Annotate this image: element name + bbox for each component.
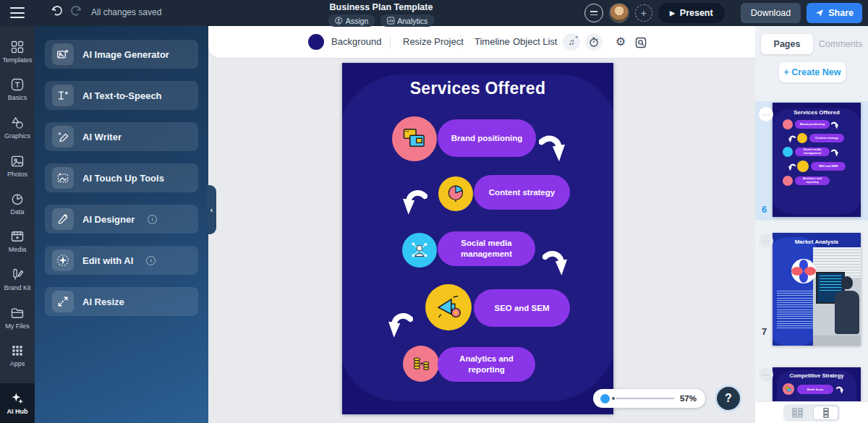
- seo-icon-circle[interactable]: [425, 284, 472, 330]
- stopwatch-icon: [589, 37, 599, 47]
- info-icon[interactable]: i: [146, 256, 156, 265]
- timeline-button[interactable]: Timeline: [475, 36, 510, 47]
- tool-ai-resize[interactable]: AI Resize: [45, 287, 198, 316]
- content-strategy-icon-circle[interactable]: [438, 176, 473, 211]
- zoom-slider-handle[interactable]: [600, 394, 610, 403]
- pie-chart-icon: [446, 184, 466, 204]
- tool-ai-touch-up[interactable]: AI Touch Up Tools: [45, 163, 198, 192]
- ai-touch-up-icon: [52, 167, 74, 189]
- list-view-button[interactable]: [813, 406, 838, 420]
- tool-ai-text-to-speech[interactable]: AI Text-to-Speech: [45, 81, 198, 110]
- sidebar-item-basics[interactable]: Basics: [0, 71, 35, 107]
- apps-icon: [10, 343, 25, 358]
- thumb-photo: [813, 247, 861, 346]
- toolbar-divider: [390, 35, 391, 49]
- templates-icon: [10, 40, 25, 54]
- analytics-button[interactable]: Analytics: [380, 14, 434, 27]
- edit-with-ai-icon: [52, 249, 74, 271]
- photos-icon: [10, 154, 25, 168]
- sidebar-item-data[interactable]: Data: [0, 185, 35, 221]
- timer-button[interactable]: [585, 33, 603, 51]
- ai-image-generator-icon: [52, 43, 74, 65]
- slide-item-pill[interactable]: Analytics and reporting: [438, 347, 535, 382]
- sidebar-item-media[interactable]: Media: [0, 223, 35, 259]
- thumb-pill: Niche focus: [797, 385, 833, 394]
- info-icon[interactable]: i: [148, 215, 157, 224]
- add-collaborator-button[interactable]: +: [635, 4, 652, 22]
- tab-comments[interactable]: Comments: [816, 34, 865, 54]
- zoom-control: 57%: [593, 389, 705, 408]
- share-button[interactable]: Share: [807, 3, 862, 23]
- menu-icon[interactable]: [10, 7, 26, 19]
- create-new-page-button[interactable]: + Create New: [779, 62, 846, 82]
- page-thumbnail-8[interactable]: Competitive Strategy Niche focus: [773, 367, 861, 401]
- ai-writer-icon: [52, 126, 74, 148]
- settings-button[interactable]: ⚙: [613, 35, 628, 49]
- comments-icon[interactable]: [584, 4, 603, 22]
- sidebar-item-templates[interactable]: Templates: [0, 33, 35, 69]
- ai-hub-icon: [10, 391, 25, 406]
- slide-title[interactable]: Services Offered: [342, 79, 613, 98]
- grid-view-button[interactable]: [785, 406, 810, 420]
- page-row-6[interactable]: ⋯ Services Offered Brand positioning Con…: [755, 101, 868, 221]
- slide-item-pill[interactable]: Brand positioning: [438, 119, 536, 157]
- media-icon: [10, 229, 25, 244]
- add-music-button[interactable]: ♫+: [563, 33, 580, 51]
- ellipsis-icon: ⋯: [762, 236, 770, 246]
- analytics-icon: [386, 17, 394, 25]
- ellipsis-icon: ⋯: [762, 110, 770, 119]
- panel-collapse-button[interactable]: ‹: [207, 185, 216, 234]
- background-color-swatch[interactable]: [308, 34, 324, 50]
- help-button[interactable]: ?: [715, 385, 742, 412]
- sidebar-item-photos[interactable]: Photos: [0, 148, 35, 184]
- redo-button[interactable]: [69, 4, 85, 20]
- avatar[interactable]: [609, 3, 629, 23]
- sidebar-item-apps[interactable]: Apps: [0, 337, 35, 373]
- page-thumbnail-6[interactable]: Services Offered Brand positioning Conte…: [773, 103, 861, 217]
- page-thumbnail-7[interactable]: Market Analysis: [773, 233, 861, 346]
- chevron-left-icon: ‹: [210, 206, 213, 214]
- background-button[interactable]: Background: [331, 36, 381, 47]
- tool-ai-designer[interactable]: AI Designer i: [45, 205, 198, 234]
- megaphone-icon: [435, 294, 461, 320]
- curved-arrow-down-left: [388, 310, 413, 343]
- tab-pages[interactable]: Pages: [761, 34, 813, 54]
- slide-page[interactable]: Services Offered Brand positioning Conte…: [342, 63, 613, 414]
- slide-item-pill[interactable]: Content strategy: [474, 175, 570, 210]
- object-list-button[interactable]: Object List: [513, 36, 557, 47]
- sidebar-item-ai-hub[interactable]: AI Hub: [0, 383, 35, 423]
- ai-resize-icon: [52, 291, 74, 312]
- slide-item-pill[interactable]: SEO and SEM: [474, 289, 570, 327]
- page-row-7[interactable]: ⋯ Market Analysis 7: [755, 228, 868, 347]
- curved-arrow-down-right: [542, 248, 567, 281]
- zoom-slider-track[interactable]: [616, 398, 674, 399]
- thumb-text-block: [777, 291, 813, 328]
- sidebar-item-my-files[interactable]: My Files: [0, 299, 35, 336]
- sidebar-item-brand-kit[interactable]: Brand Kit: [0, 261, 35, 297]
- preview-search-icon: [635, 36, 647, 48]
- basics-icon: [10, 77, 25, 92]
- thumb-title: Services Offered: [773, 109, 861, 116]
- page-options-button[interactable]: ⋯: [759, 107, 773, 121]
- object-search-button[interactable]: [634, 35, 648, 49]
- assign-button[interactable]: Assign: [328, 14, 375, 27]
- present-button[interactable]: ▶ Present: [658, 3, 725, 23]
- assign-icon: [335, 17, 343, 25]
- social-media-icon-circle[interactable]: [402, 233, 437, 268]
- analytics-icon-circle[interactable]: [403, 346, 439, 382]
- zoom-fit-marker: [612, 397, 615, 400]
- brand-positioning-icon-circle[interactable]: [392, 116, 437, 161]
- sidebar-item-graphics[interactable]: Graphics: [0, 109, 35, 145]
- resize-project-button[interactable]: Resize Project: [403, 36, 464, 47]
- page-row-8[interactable]: ⋯ Competitive Strategy Niche focus: [755, 362, 868, 401]
- tool-ai-writer[interactable]: AI Writer: [45, 122, 198, 151]
- page-options-button[interactable]: ⋯: [759, 367, 773, 382]
- tool-ai-image-generator[interactable]: AI Image Generator: [45, 40, 198, 69]
- my-files-icon: [10, 306, 25, 320]
- download-button[interactable]: Download: [741, 3, 801, 23]
- page-options-button[interactable]: ⋯: [759, 234, 773, 248]
- undo-button[interactable]: [51, 4, 67, 20]
- tool-edit-with-ai[interactable]: Edit with AI i: [45, 246, 198, 275]
- list-view-icon: [822, 408, 830, 418]
- slide-item-pill[interactable]: Social media management: [438, 231, 535, 266]
